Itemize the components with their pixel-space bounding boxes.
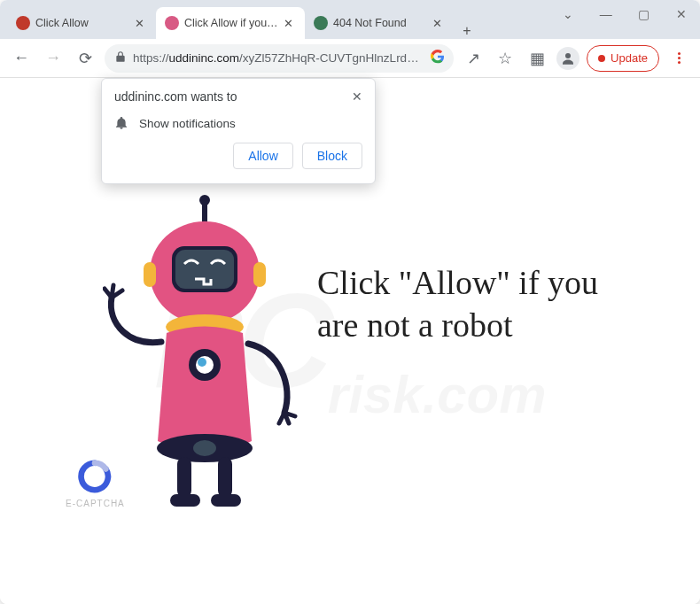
popup-permission-text: Show notifications [139,117,236,130]
bookmark-icon[interactable]: ☆ [493,46,517,71]
url-text: https://uddininc.com/xyZl57ZhHqR-CUVTgnH… [133,51,425,65]
svg-rect-16 [170,494,200,507]
kebab-menu-icon[interactable] [666,46,691,71]
robot-illustration-icon [103,191,307,510]
svg-rect-14 [177,457,191,498]
tab-label: 404 Not Found [333,17,427,29]
window-maximize-icon[interactable]: ▢ [628,0,658,28]
captcha-ring-icon [78,460,112,493]
profile-avatar[interactable] [556,47,579,70]
favicon-icon [314,16,328,30]
back-button[interactable]: ← [9,46,34,71]
headline-text: Click "Allow" if you are not a robot [317,262,601,346]
tab-click-allow[interactable]: Click Allow ✕ [7,7,156,39]
tab-click-allow-if[interactable]: Click Allow if you ar ✕ [156,7,305,39]
svg-rect-17 [211,494,241,507]
share-icon[interactable]: ↗ [461,46,486,71]
svg-rect-15 [218,457,232,498]
favicon-icon [165,16,179,30]
update-dot-icon [598,55,605,62]
toolbar: ← → ⟳ https://uddininc.com/xyZl57ZhHqR-C… [0,39,700,78]
update-label: Update [611,51,648,65]
extensions-icon[interactable]: ▦ [525,46,549,71]
window-close-icon[interactable]: ✕ [666,0,696,28]
lock-icon [113,50,128,66]
svg-rect-7 [253,262,266,287]
favicon-icon [16,16,30,30]
tab-close-icon[interactable]: ✕ [432,17,445,30]
forward-button: → [41,46,66,71]
update-button[interactable]: Update [587,45,659,72]
captcha-label: E-CAPTCHA [66,499,125,508]
svg-point-0 [565,53,571,58]
new-tab-button[interactable]: + [454,23,480,39]
block-button[interactable]: Block [302,143,362,169]
window-minimize-icon[interactable]: — [591,0,621,28]
svg-point-11 [198,358,206,367]
tab-label: Click Allow [35,17,129,29]
tab-label: Click Allow if you ar [184,17,278,29]
address-bar[interactable]: https://uddininc.com/xyZl57ZhHqR-CUVTgnH… [105,44,454,73]
tab-close-icon[interactable]: ✕ [284,17,296,30]
tab-404[interactable]: 404 Not Found ✕ [305,7,454,39]
window-dropdown-icon[interactable]: ⌄ [553,0,583,28]
bell-icon [114,116,128,130]
allow-button[interactable]: Allow [233,143,292,169]
popup-close-icon[interactable]: ✕ [352,89,362,104]
popup-origin-text: uddininc.com wants to [114,89,237,104]
notification-permission-popup: uddininc.com wants to ✕ Show notificatio… [101,78,376,184]
google-search-icon[interactable] [431,50,445,66]
tab-close-icon[interactable]: ✕ [135,17,147,30]
reload-button[interactable]: ⟳ [73,46,97,71]
svg-point-13 [193,440,216,456]
captcha-badge: E-CAPTCHA [66,460,125,508]
svg-rect-6 [144,262,156,287]
